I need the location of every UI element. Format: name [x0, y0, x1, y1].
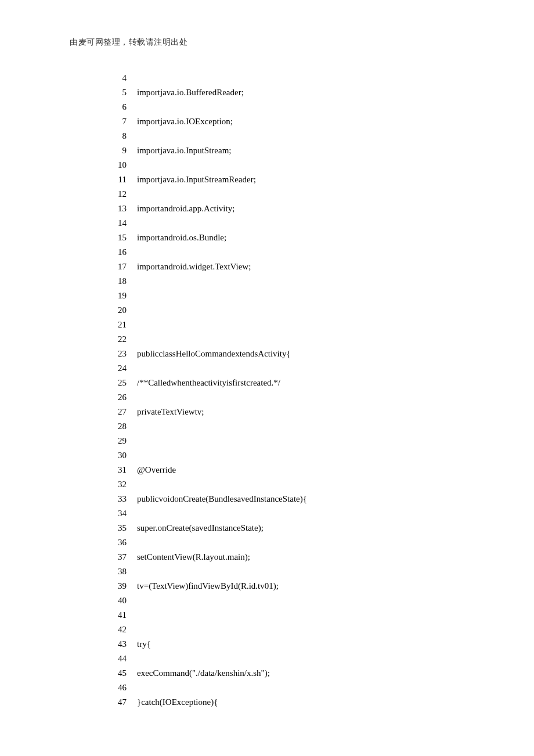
- code-text: importjava.io.InputStreamReader;: [127, 172, 256, 187]
- code-line: 42: [106, 622, 499, 637]
- line-number: 41: [106, 608, 127, 622]
- code-text: execCommand("./data/kenshin/x.sh");: [127, 666, 270, 681]
- code-line: 37setContentView(R.layout.main);: [106, 550, 499, 564]
- code-text: setContentView(R.layout.main);: [127, 550, 250, 564]
- line-number: 46: [106, 681, 127, 695]
- line-number: 15: [106, 231, 127, 245]
- line-number: 26: [106, 390, 127, 405]
- line-number: 45: [106, 666, 127, 681]
- code-line: 19: [106, 289, 499, 303]
- code-text: importjava.io.InputStream;: [127, 143, 231, 158]
- code-text: /**Calledwhentheactivityisfirstcreated.*…: [127, 376, 280, 390]
- code-line: 32: [106, 477, 499, 492]
- line-number: 16: [106, 245, 127, 260]
- code-line: 15importandroid.os.Bundle;: [106, 231, 499, 245]
- code-line: 12: [106, 187, 499, 201]
- line-number: 37: [106, 550, 127, 564]
- code-line: 24: [106, 361, 499, 376]
- code-line: 10: [106, 158, 499, 172]
- line-number: 31: [106, 463, 127, 477]
- code-line: 43try{: [106, 637, 499, 651]
- line-number: 33: [106, 492, 127, 506]
- code-listing: 45importjava.io.BufferedReader;67importj…: [70, 71, 499, 710]
- code-line: 44: [106, 651, 499, 666]
- line-number: 36: [106, 535, 127, 550]
- code-text: }catch(IOExceptione){: [127, 695, 218, 710]
- line-number: 9: [106, 143, 127, 158]
- code-line: 8: [106, 129, 499, 143]
- line-number: 29: [106, 434, 127, 448]
- line-number: 10: [106, 158, 127, 172]
- line-number: 7: [106, 114, 127, 129]
- code-line: 28: [106, 419, 499, 434]
- code-line: 14: [106, 216, 499, 231]
- code-line: 4: [106, 71, 499, 85]
- line-number: 47: [106, 695, 127, 710]
- code-line: 38: [106, 564, 499, 579]
- code-line: 33publicvoidonCreate(BundlesavedInstance…: [106, 492, 499, 506]
- page-header-attribution: 由麦可网整理，转载请注明出处: [70, 37, 499, 48]
- code-text: publicvoidonCreate(BundlesavedInstanceSt…: [127, 492, 307, 506]
- line-number: 38: [106, 564, 127, 579]
- code-line: 40: [106, 593, 499, 608]
- code-text: @Override: [127, 463, 176, 477]
- line-number: 22: [106, 332, 127, 347]
- code-line: 5importjava.io.BufferedReader;: [106, 85, 499, 100]
- code-line: 27privateTextViewtv;: [106, 405, 499, 419]
- code-text: try{: [127, 637, 151, 651]
- line-number: 24: [106, 361, 127, 376]
- code-text: importjava.io.IOException;: [127, 114, 233, 129]
- line-number: 20: [106, 303, 127, 318]
- line-number: 25: [106, 376, 127, 390]
- code-line: 23publicclassHelloCommandextendsActivity…: [106, 347, 499, 361]
- code-text: publicclassHelloCommandextendsActivity{: [127, 347, 291, 361]
- code-line: 31@Override: [106, 463, 499, 477]
- line-number: 21: [106, 318, 127, 332]
- code-line: 25/**Calledwhentheactivityisfirstcreated…: [106, 376, 499, 390]
- line-number: 27: [106, 405, 127, 419]
- line-number: 14: [106, 216, 127, 231]
- code-text: importandroid.widget.TextView;: [127, 260, 251, 274]
- code-line: 39tv=(TextView)findViewById(R.id.tv01);: [106, 579, 499, 593]
- code-text: importandroid.os.Bundle;: [127, 231, 226, 245]
- code-line: 17importandroid.widget.TextView;: [106, 260, 499, 274]
- code-line: 22: [106, 332, 499, 347]
- code-line: 9importjava.io.InputStream;: [106, 143, 499, 158]
- code-line: 30: [106, 448, 499, 463]
- code-line: 45execCommand("./data/kenshin/x.sh");: [106, 666, 499, 681]
- code-line: 16: [106, 245, 499, 260]
- line-number: 13: [106, 201, 127, 216]
- line-number: 12: [106, 187, 127, 201]
- code-line: 26: [106, 390, 499, 405]
- line-number: 42: [106, 622, 127, 637]
- code-line: 6: [106, 100, 499, 114]
- code-line: 21: [106, 318, 499, 332]
- line-number: 6: [106, 100, 127, 114]
- line-number: 32: [106, 477, 127, 492]
- code-line: 47}catch(IOExceptione){: [106, 695, 499, 710]
- line-number: 23: [106, 347, 127, 361]
- line-number: 34: [106, 506, 127, 521]
- line-number: 19: [106, 289, 127, 303]
- code-text: super.onCreate(savedInstanceState);: [127, 521, 264, 535]
- line-number: 44: [106, 651, 127, 666]
- line-number: 17: [106, 260, 127, 274]
- code-text: tv=(TextView)findViewById(R.id.tv01);: [127, 579, 279, 593]
- code-text: importjava.io.BufferedReader;: [127, 85, 244, 100]
- code-line: 46: [106, 681, 499, 695]
- code-line: 18: [106, 274, 499, 289]
- line-number: 8: [106, 129, 127, 143]
- code-line: 29: [106, 434, 499, 448]
- document-page: 由麦可网整理，转载请注明出处 45importjava.io.BufferedR…: [0, 0, 534, 756]
- line-number: 4: [106, 71, 127, 85]
- code-line: 11importjava.io.InputStreamReader;: [106, 172, 499, 187]
- line-number: 30: [106, 448, 127, 463]
- line-number: 11: [106, 172, 127, 187]
- code-line: 34: [106, 506, 499, 521]
- line-number: 43: [106, 637, 127, 651]
- code-text: importandroid.app.Activity;: [127, 201, 234, 216]
- line-number: 28: [106, 419, 127, 434]
- code-text: privateTextViewtv;: [127, 405, 204, 419]
- code-line: 41: [106, 608, 499, 622]
- code-line: 20: [106, 303, 499, 318]
